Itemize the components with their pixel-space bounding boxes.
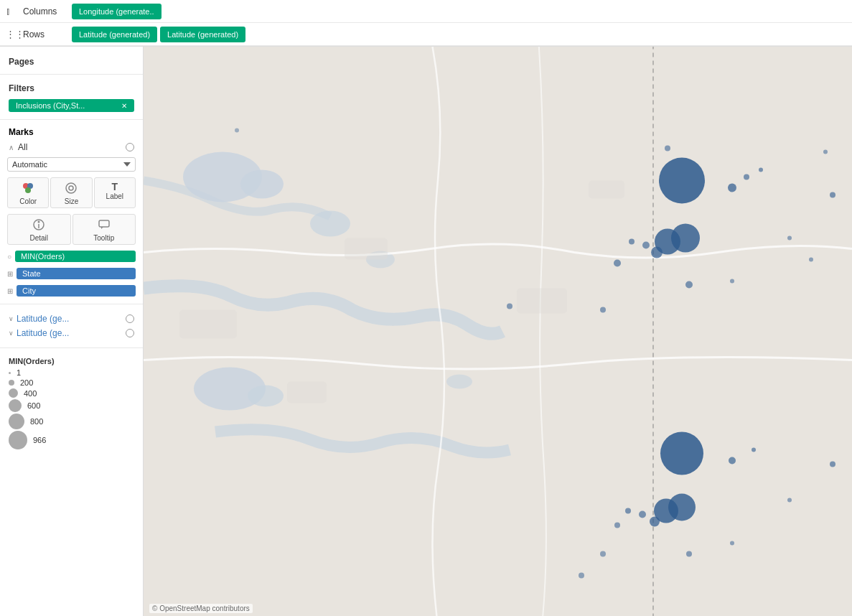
lat-label-2[interactable]: ∨ Latitude (ge...: [9, 328, 69, 338]
svg-point-13: [310, 211, 350, 237]
legend-dot-6: [9, 431, 27, 449]
svg-point-55: [614, 523, 620, 528]
columns-label: Columns: [23, 6, 66, 17]
marks-field-state: ⊞ State: [0, 266, 143, 281]
divider-pages: [0, 74, 143, 75]
svg-rect-23: [287, 382, 327, 403]
marks-all-circle: [126, 143, 134, 151]
svg-point-54: [625, 508, 631, 514]
lat-label-1[interactable]: ∨ Latitude (ge...: [9, 314, 69, 324]
rows-pill-2[interactable]: Latitude (generated): [160, 27, 245, 42]
chevron-all-icon: ∧: [9, 144, 14, 151]
marks-field-city: ⊞ City: [0, 283, 143, 299]
filters-title: Filters: [0, 79, 143, 96]
legend-label-3: 400: [24, 389, 37, 398]
svg-point-35: [614, 260, 621, 267]
legend-item-4: 600: [9, 399, 134, 412]
legend-label-6: 966: [33, 436, 46, 444]
svg-rect-8: [99, 220, 109, 227]
rows-shelf: ⋮⋮ Rows Latitude (generated) Latitude (g…: [0, 23, 852, 46]
svg-point-34: [629, 239, 635, 245]
pages-title: Pages: [0, 52, 143, 70]
size-button[interactable]: Size: [50, 177, 92, 208]
detail-icon: [32, 218, 45, 233]
lat-circle-1: [126, 314, 134, 323]
map-attribution: © OpenStreetMap contributors: [149, 604, 253, 613]
marks-type-dropdown[interactable]: Automatic: [7, 157, 136, 172]
svg-point-39: [730, 279, 734, 284]
legend-title: MIN(Orders): [9, 357, 134, 365]
marks-all-label: All: [18, 142, 27, 152]
lat-chevron-2: ∨: [9, 330, 14, 337]
lat-row-2: ∨ Latitude (ge...: [0, 326, 143, 340]
left-panel: Pages Filters Inclusions (City,St... ✕ M…: [0, 47, 144, 616]
svg-point-48: [830, 462, 835, 467]
svg-point-24: [659, 158, 705, 204]
filter-pill-label: Inclusions (City,St...: [16, 101, 85, 110]
svg-point-38: [685, 281, 693, 289]
svg-point-41: [809, 258, 813, 262]
filter-pill[interactable]: Inclusions (City,St... ✕: [9, 99, 134, 112]
marks-buttons-row1: Color Size T Label: [7, 177, 136, 208]
orders-field-pill[interactable]: MIN(Orders): [15, 251, 136, 262]
filter-close-icon[interactable]: ✕: [121, 102, 127, 110]
detail-label: Detail: [29, 234, 48, 242]
marks-field-orders: ○ MIN(Orders): [0, 248, 143, 264]
color-button[interactable]: Color: [7, 177, 49, 208]
svg-point-46: [729, 457, 736, 465]
state-field-icon: ⊞: [7, 270, 13, 278]
columns-pill[interactable]: Longitude (generate..: [72, 4, 161, 19]
tooltip-icon: [98, 218, 111, 233]
svg-point-6: [38, 221, 40, 223]
svg-point-36: [600, 307, 606, 313]
orders-field-icon: ○: [7, 253, 11, 261]
svg-point-26: [744, 174, 749, 180]
state-field-pill[interactable]: State: [17, 268, 136, 279]
legend-label-1: 1: [17, 368, 21, 377]
svg-point-31: [671, 224, 700, 253]
svg-point-60: [730, 541, 734, 546]
color-icon: [22, 182, 34, 197]
detail-button[interactable]: Detail: [7, 214, 71, 245]
label-icon: T: [112, 182, 118, 192]
svg-point-28: [830, 192, 835, 198]
svg-point-27: [759, 168, 763, 172]
svg-point-12: [240, 170, 284, 199]
city-field-pill[interactable]: City: [17, 285, 136, 297]
svg-point-45: [660, 432, 703, 475]
legend-label-5: 800: [30, 417, 43, 426]
svg-point-51: [668, 494, 696, 521]
lat-row-1: ∨ Latitude (ge...: [0, 312, 143, 326]
svg-point-43: [823, 150, 828, 154]
columns-shelf: ⫿ Columns Longitude (generate..: [0, 0, 852, 23]
svg-point-15: [248, 386, 284, 407]
svg-point-4: [69, 186, 73, 190]
svg-point-52: [650, 517, 660, 527]
color-label: Color: [19, 197, 37, 205]
divider-filters: [0, 119, 143, 120]
legend-dot-5: [9, 414, 24, 429]
marks-all-row: ∧ All: [0, 140, 143, 154]
marks-dropdown-row: Automatic: [7, 157, 136, 172]
rows-icon: ⋮⋮: [6, 29, 19, 39]
legend-item-6: 966: [9, 431, 134, 449]
rows-pill-1[interactable]: Latitude (generated): [72, 27, 157, 42]
svg-point-2: [25, 187, 31, 193]
label-button[interactable]: T Label: [94, 177, 136, 208]
svg-point-57: [600, 551, 606, 557]
svg-rect-22: [589, 181, 624, 199]
tooltip-label: Tooltip: [93, 234, 114, 242]
tooltip-button[interactable]: Tooltip: [72, 214, 136, 245]
svg-point-37: [507, 304, 512, 309]
size-icon: [65, 182, 78, 197]
svg-point-17: [446, 375, 472, 389]
svg-rect-19: [179, 310, 237, 339]
legend-dot-1: [9, 372, 11, 374]
svg-point-32: [651, 247, 663, 258]
label-label: Label: [106, 192, 123, 200]
svg-point-25: [728, 184, 736, 192]
map-area[interactable]: © OpenStreetMap contributors: [144, 47, 852, 616]
svg-rect-21: [517, 289, 567, 314]
legend-label-4: 600: [27, 401, 40, 410]
svg-point-58: [787, 498, 792, 503]
